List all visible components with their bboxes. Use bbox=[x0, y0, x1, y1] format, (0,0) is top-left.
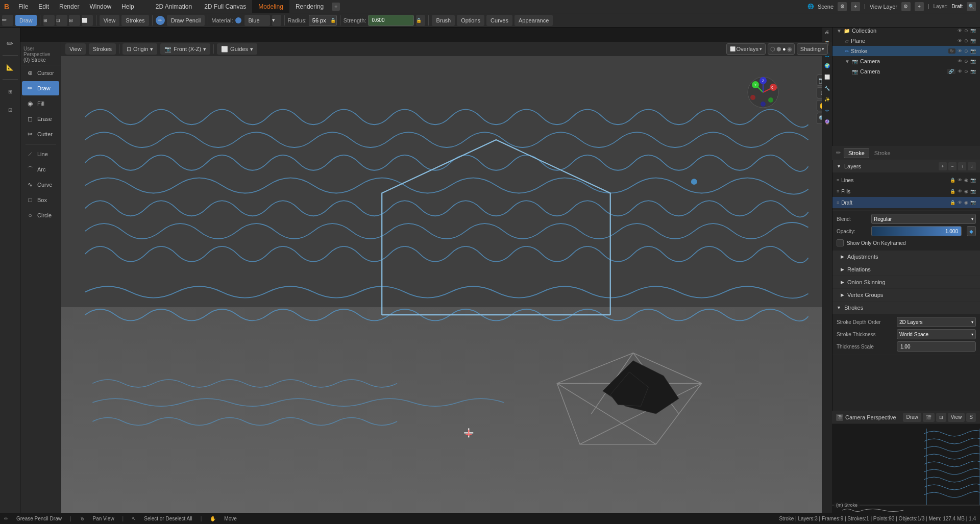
opacity-keyframe-btn[interactable]: ◆ bbox=[967, 226, 976, 236]
view-button[interactable]: View bbox=[100, 15, 120, 26]
appearance-button[interactable]: Appearance bbox=[514, 15, 553, 26]
vp-overlays-btn[interactable]: ⬜ Overlays ▾ bbox=[726, 43, 766, 55]
camera2-sel-icon[interactable]: ⊙ bbox=[964, 69, 968, 74]
vp-origin-btn[interactable]: ⊡ Origin ▾ bbox=[122, 43, 157, 55]
stroke-depth-order-select[interactable]: 2D Layers ▾ bbox=[897, 317, 976, 327]
toolbar-icon-1[interactable]: ⊞ bbox=[43, 15, 55, 26]
wire-shading-icon[interactable]: ⬡ bbox=[770, 46, 775, 53]
brush-button[interactable]: Brush bbox=[432, 15, 455, 26]
props-stroke-name2[interactable]: Stroke bbox=[874, 150, 891, 156]
tab-material[interactable]: 🔮 bbox=[823, 117, 832, 127]
options-button[interactable]: Options bbox=[457, 15, 484, 26]
collection-sel-icon[interactable]: ⊙ bbox=[964, 28, 968, 33]
thickness-scale-value[interactable]: 1.00 bbox=[897, 341, 976, 352]
tab-shader[interactable]: ✨ bbox=[823, 94, 832, 105]
camera-vis-icon[interactable]: 👁 bbox=[958, 59, 962, 64]
tab-modifier[interactable]: 🔧 bbox=[823, 83, 832, 93]
props-stroke-name[interactable]: Stroke bbox=[844, 148, 869, 158]
tool-box[interactable]: □ Box bbox=[22, 193, 59, 207]
vp-shading-btns[interactable]: ⬡ ⬢ ● ◉ bbox=[768, 43, 795, 55]
vp-shading-dropdown[interactable]: Shading ▾ bbox=[797, 43, 828, 55]
menu-render[interactable]: Render bbox=[54, 0, 84, 13]
mode-select[interactable]: Draw bbox=[15, 15, 37, 26]
outliner-item-camera2[interactable]: 📷 Camera 🔗 👁 ⊙ 📷 bbox=[832, 66, 980, 77]
menu-help[interactable]: Help bbox=[116, 0, 139, 13]
material-browse-btn[interactable]: ▾ bbox=[272, 15, 281, 26]
layers-header[interactable]: ▼ Layers + − ↑ ↓ bbox=[832, 160, 980, 172]
tool-arc[interactable]: ⌒ Arc bbox=[22, 162, 59, 177]
layer-draft-hide-icon[interactable]: 👁 bbox=[958, 200, 962, 205]
workspace-modeling[interactable]: Modeling bbox=[252, 0, 289, 13]
mini-vp-draw-btn[interactable]: Draw bbox=[903, 413, 921, 422]
mini-vp-render-btn[interactable]: 🎬 bbox=[923, 413, 935, 422]
mini-vp-s-btn[interactable]: S bbox=[966, 413, 976, 422]
vp-front-btn[interactable]: 📷 Front (X-Z) ▾ bbox=[160, 43, 210, 55]
adjustments-header[interactable]: ▶ Adjustments bbox=[832, 251, 980, 263]
toolbar-icon-4[interactable]: ⬜ bbox=[82, 15, 93, 26]
strokes-button[interactable]: Strokes bbox=[121, 15, 149, 26]
layer-fills-lock-icon[interactable]: 🔒 bbox=[950, 189, 955, 194]
strength-input[interactable]: 0.600 bbox=[368, 15, 414, 26]
layer-fills[interactable]: ≡ Fills 🔒 👁 ◉ 📷 bbox=[832, 186, 980, 197]
vp-view-btn[interactable]: View bbox=[65, 43, 86, 55]
camera-sel-icon[interactable]: ⊙ bbox=[964, 59, 968, 64]
tool-line[interactable]: ⟋ Line bbox=[22, 147, 59, 161]
layer-remove-btn[interactable]: − bbox=[948, 162, 957, 170]
layer-fills-onion-icon[interactable]: ◉ bbox=[964, 189, 968, 194]
onion-skinning-header[interactable]: ▶ Onion Skinning bbox=[832, 276, 980, 288]
draw-pencil-label[interactable]: Draw Pencil bbox=[167, 15, 205, 26]
tool-circle[interactable]: ○ Circle bbox=[22, 208, 59, 222]
menu-file[interactable]: File bbox=[13, 0, 33, 13]
layer-draft-render-icon[interactable]: 📷 bbox=[970, 200, 976, 205]
blend-select[interactable]: Regular ▾ bbox=[871, 214, 976, 224]
tool-erase[interactable]: ◻ Erase bbox=[22, 112, 59, 126]
tab-world[interactable]: 🌍 bbox=[823, 61, 832, 71]
material-select[interactable]: Blue bbox=[244, 15, 270, 26]
camera2-vis-icon[interactable]: 👁 bbox=[958, 69, 962, 74]
layer-move-down-btn[interactable]: ↓ bbox=[968, 162, 976, 170]
workspace-2d-animation[interactable]: 2D Animation bbox=[150, 0, 198, 13]
tab-object[interactable]: ⬜ bbox=[823, 72, 832, 82]
layer-lines-onion-icon[interactable]: ◉ bbox=[964, 178, 968, 183]
stroke-render-icon[interactable]: 📷 bbox=[970, 48, 976, 54]
vertex-groups-header[interactable]: ▶ Vertex Groups bbox=[832, 289, 980, 301]
scene-new-button[interactable]: + bbox=[851, 2, 860, 11]
camera2-bind-icon[interactable]: 🔗 bbox=[947, 69, 955, 74]
mini-vp-preview-btn[interactable]: ⊡ bbox=[936, 413, 946, 422]
view-layer-new-button[interactable]: + bbox=[915, 2, 924, 11]
layer-fills-hide-icon[interactable]: 👁 bbox=[958, 189, 962, 194]
solid-shading-icon[interactable]: ⬢ bbox=[776, 46, 781, 53]
layer-lines-hide-icon[interactable]: 👁 bbox=[958, 178, 962, 183]
layer-lines-lock-icon[interactable]: 🔒 bbox=[950, 178, 955, 183]
toolbar-icon-2[interactable]: ⊡ bbox=[56, 15, 67, 26]
toolbar-transform-btn[interactable]: ⊞ bbox=[2, 83, 19, 100]
mini-vp-view-btn[interactable]: View bbox=[948, 413, 965, 422]
workspace-rendering[interactable]: Rendering bbox=[289, 0, 330, 13]
outliner-item-stroke[interactable]: ✏ Stroke ↻ 👁 ⊙ 📷 bbox=[832, 46, 980, 56]
main-viewport[interactable]: View Strokes ⊡ Origin ▾ 📷 Front (X-Z) ▾ … bbox=[61, 42, 832, 513]
layer-draft-lock-icon[interactable]: 🔒 bbox=[950, 200, 955, 205]
stroke-users-icon[interactable]: ↻ bbox=[948, 48, 955, 54]
toolbar-measure-btn[interactable]: 📐 bbox=[2, 59, 19, 76]
opacity-bar[interactable]: 1.000 bbox=[871, 226, 962, 236]
mini-vp-canvas[interactable]: (m) Stroke bbox=[832, 423, 980, 513]
layer-add-btn[interactable]: + bbox=[939, 162, 947, 170]
workspace-2d-full-canvas[interactable]: 2D Full Canvas bbox=[198, 0, 252, 13]
collection-render-icon[interactable]: 📷 bbox=[970, 28, 976, 33]
stroke-vis-icon[interactable]: 👁 bbox=[958, 48, 962, 54]
tool-fill[interactable]: ◉ Fill bbox=[22, 96, 59, 111]
curves-button[interactable]: Curves bbox=[486, 15, 512, 26]
relations-header[interactable]: ▶ Relations bbox=[832, 263, 980, 276]
plane-sel-icon[interactable]: ⊙ bbox=[964, 38, 968, 43]
toolbar-scale-btn[interactable]: ⊡ bbox=[2, 101, 19, 118]
collection-vis-icon[interactable]: 👁 bbox=[958, 28, 962, 33]
tool-draw[interactable]: ✏ Draw bbox=[22, 81, 59, 95]
view-layer-settings-button[interactable]: ⚙ bbox=[901, 2, 911, 11]
stroke-thickness-select[interactable]: World Space ▾ bbox=[897, 329, 976, 339]
render-shading-icon[interactable]: ◉ bbox=[787, 46, 792, 53]
show-keyframed-checkbox[interactable] bbox=[837, 239, 844, 246]
strokes-section-header[interactable]: ▼ Strokes bbox=[832, 302, 980, 314]
layer-fills-render-icon[interactable]: 📷 bbox=[970, 189, 976, 194]
plane-vis-icon[interactable]: 👁 bbox=[958, 38, 962, 43]
tab-output[interactable]: 🖨 bbox=[823, 27, 832, 37]
